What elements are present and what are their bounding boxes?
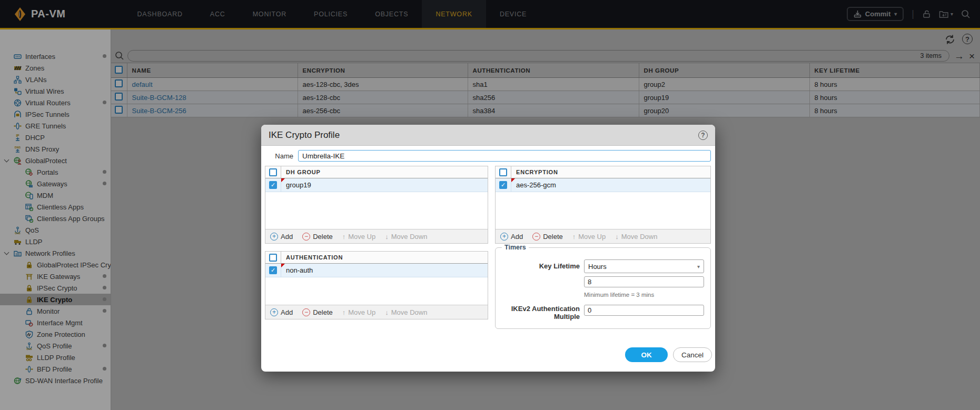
dh-group-header: DH GROUP bbox=[281, 166, 321, 178]
changed-marker bbox=[281, 264, 285, 267]
dialog-header: IKE Crypto Profile ? bbox=[261, 125, 715, 146]
authentication-actions: +Add −Delete ↑Move Up ↓Move Down bbox=[265, 305, 488, 319]
authentication-row-checkbox[interactable] bbox=[269, 266, 277, 274]
encryption-select-all-checkbox[interactable] bbox=[499, 168, 507, 176]
move-up-button[interactable]: ↑Move Up bbox=[342, 308, 376, 316]
move-down-button[interactable]: ↓Move Down bbox=[385, 308, 427, 316]
encryption-panel: ENCRYPTION aes-256-gcm +Add −Delete ↑Mov… bbox=[495, 166, 711, 244]
delete-button[interactable]: −Delete bbox=[302, 308, 333, 316]
add-button[interactable]: +Add bbox=[270, 233, 293, 241]
timers-fieldset: Timers Key Lifetime Hours ▾ Minimum life… bbox=[495, 247, 711, 329]
ok-button[interactable]: OK bbox=[625, 347, 668, 362]
dialog-help-icon[interactable]: ? bbox=[698, 131, 708, 140]
key-lifetime-unit-select[interactable]: Hours ▾ bbox=[584, 259, 704, 273]
encryption-actions: +Add −Delete ↑Move Up ↓Move Down bbox=[496, 229, 710, 243]
move-up-button[interactable]: ↑Move Up bbox=[342, 233, 376, 241]
changed-marker bbox=[281, 178, 285, 182]
minimum-lifetime-hint: Minimum lifetime = 3 mins bbox=[584, 292, 654, 298]
add-button[interactable]: +Add bbox=[500, 233, 523, 241]
ikev2-authentication-multiple-label: IKEv2 Authentication Multiple bbox=[496, 305, 580, 321]
dh-group-actions: +Add −Delete ↑Move Up ↓Move Down bbox=[265, 229, 488, 243]
delete-button[interactable]: −Delete bbox=[302, 233, 333, 241]
profile-name-input[interactable] bbox=[298, 150, 711, 162]
timers-legend: Timers bbox=[502, 244, 529, 251]
authentication-row[interactable]: non-auth bbox=[265, 264, 488, 277]
add-button[interactable]: +Add bbox=[270, 308, 293, 316]
encryption-row-checkbox[interactable] bbox=[499, 181, 507, 189]
dialog-title: IKE Crypto Profile bbox=[269, 130, 340, 141]
name-label: Name bbox=[264, 152, 293, 160]
authentication-panel: AUTHENTICATION non-auth +Add −Delete ↑Mo… bbox=[265, 251, 488, 319]
authentication-select-all-checkbox[interactable] bbox=[269, 254, 277, 262]
ike-crypto-profile-dialog: IKE Crypto Profile ? Name DH GROUP group… bbox=[261, 125, 715, 372]
ikev2-authentication-multiple-input[interactable] bbox=[584, 305, 704, 316]
key-lifetime-label: Key Lifetime bbox=[496, 262, 580, 270]
delete-button[interactable]: −Delete bbox=[532, 233, 563, 241]
dh-group-panel: DH GROUP group19 +Add −Delete ↑Move Up ↓… bbox=[265, 166, 488, 244]
changed-marker bbox=[511, 178, 515, 182]
dh-group-select-all-checkbox[interactable] bbox=[269, 168, 277, 176]
dh-group-row[interactable]: group19 bbox=[265, 178, 488, 192]
cancel-button[interactable]: Cancel bbox=[673, 347, 712, 362]
name-field-row: Name bbox=[264, 149, 711, 162]
encryption-row[interactable]: aes-256-gcm bbox=[496, 178, 710, 192]
dh-group-row-checkbox[interactable] bbox=[269, 181, 277, 189]
move-down-button[interactable]: ↓Move Down bbox=[615, 233, 657, 241]
move-up-button[interactable]: ↑Move Up bbox=[572, 233, 606, 241]
authentication-header: AUTHENTICATION bbox=[281, 252, 343, 263]
key-lifetime-value-input[interactable] bbox=[584, 276, 704, 287]
chevron-down-icon: ▾ bbox=[697, 264, 700, 269]
encryption-header: ENCRYPTION bbox=[511, 166, 558, 178]
move-down-button[interactable]: ↓Move Down bbox=[385, 233, 427, 241]
